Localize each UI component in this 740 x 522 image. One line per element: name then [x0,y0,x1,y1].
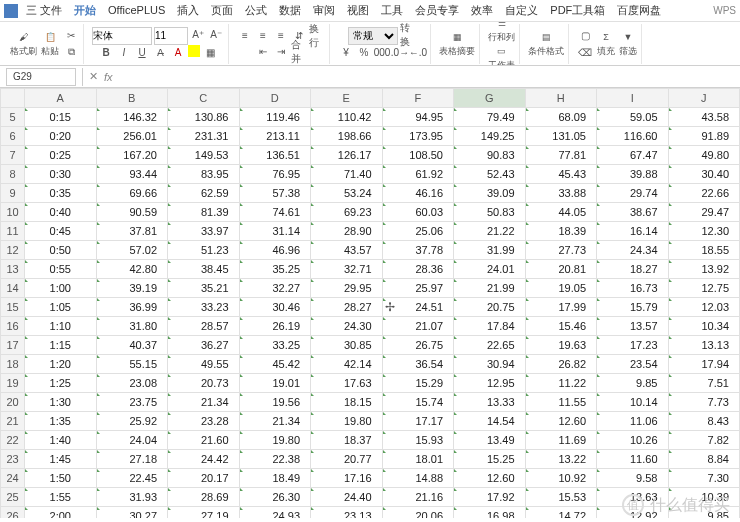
cell-G10[interactable]: 50.83 [454,203,526,222]
convert-button[interactable]: 转换 [400,27,416,43]
rowcol-button[interactable]: ☰行和列 [488,22,515,44]
cell-H25[interactable]: 15.53 [525,488,597,507]
cell-C5[interactable]: 130.86 [168,108,240,127]
cell-I11[interactable]: 16.14 [597,222,669,241]
cell-G8[interactable]: 52.43 [454,165,526,184]
cell-B17[interactable]: 40.37 [96,336,168,355]
cell-G19[interactable]: 12.95 [454,374,526,393]
cell-E9[interactable]: 53.24 [311,184,383,203]
cell-B21[interactable]: 25.92 [96,412,168,431]
menu-item-5[interactable]: 公式 [239,2,273,18]
cell-H26[interactable]: 14.72 [525,507,597,519]
menu-item-0[interactable]: 三 文件 [20,2,68,18]
row-header[interactable]: 7 [1,146,25,165]
cell-G23[interactable]: 15.25 [454,450,526,469]
cell-E22[interactable]: 18.37 [311,431,383,450]
cell-H13[interactable]: 20.81 [525,260,597,279]
menu-item-10[interactable]: 会员专享 [409,2,465,18]
cell-J14[interactable]: 12.75 [668,279,740,298]
cell-A10[interactable]: 0:40 [25,203,97,222]
cell-J22[interactable]: 7.82 [668,431,740,450]
cell-H14[interactable]: 19.05 [525,279,597,298]
col-header-I[interactable]: I [597,89,669,108]
cell-F19[interactable]: 15.29 [382,374,454,393]
cell-I7[interactable]: 67.47 [597,146,669,165]
cell-F13[interactable]: 28.36 [382,260,454,279]
name-box[interactable]: G29 [6,68,76,86]
cell-E8[interactable]: 71.40 [311,165,383,184]
row-header[interactable]: 5 [1,108,25,127]
cell-I16[interactable]: 13.57 [597,317,669,336]
cell-G18[interactable]: 30.94 [454,355,526,374]
cell-J5[interactable]: 43.58 [668,108,740,127]
cell-I23[interactable]: 11.60 [597,450,669,469]
menu-item-1[interactable]: 开始 [68,2,102,18]
row-header[interactable]: 12 [1,241,25,260]
cell-A25[interactable]: 1:55 [25,488,97,507]
cell-I5[interactable]: 59.05 [597,108,669,127]
row-header[interactable]: 17 [1,336,25,355]
cell-H9[interactable]: 33.88 [525,184,597,203]
cell-B23[interactable]: 27.18 [96,450,168,469]
strike-icon[interactable]: A̶ [152,45,168,61]
col-header-G[interactable]: G [454,89,526,108]
row-header[interactable]: 26 [1,507,25,519]
cell-C9[interactable]: 62.59 [168,184,240,203]
col-header-A[interactable]: A [25,89,97,108]
row-header[interactable]: 10 [1,203,25,222]
cell-C26[interactable]: 27.19 [168,507,240,519]
fx-icon[interactable]: fx [104,71,113,83]
cell-B26[interactable]: 30.27 [96,507,168,519]
wrap-button[interactable]: 换行 [309,28,325,44]
cell-E10[interactable]: 69.23 [311,203,383,222]
cell-C14[interactable]: 35.21 [168,279,240,298]
cell-F15[interactable]: 24.51✢ [382,298,454,317]
cell-F7[interactable]: 108.50 [382,146,454,165]
clear-icon[interactable]: ⌫ [577,44,593,60]
cell-J13[interactable]: 13.92 [668,260,740,279]
menu-item-13[interactable]: PDF工具箱 [544,2,611,18]
cell-F16[interactable]: 21.07 [382,317,454,336]
cell-B10[interactable]: 90.59 [96,203,168,222]
cell-A20[interactable]: 1:30 [25,393,97,412]
col-header-F[interactable]: F [382,89,454,108]
row-header[interactable]: 9 [1,184,25,203]
increase-font-icon[interactable]: A⁺ [190,27,206,43]
col-header-C[interactable]: C [168,89,240,108]
cell-D11[interactable]: 31.14 [239,222,311,241]
cell-D10[interactable]: 74.61 [239,203,311,222]
cell-D21[interactable]: 21.34 [239,412,311,431]
align-right-icon[interactable]: ≡ [273,28,289,44]
cell-E14[interactable]: 29.95 [311,279,383,298]
cell-D20[interactable]: 19.56 [239,393,311,412]
cell-J12[interactable]: 18.55 [668,241,740,260]
cell-D7[interactable]: 136.51 [239,146,311,165]
font-name-select[interactable] [92,27,152,45]
cell-A11[interactable]: 0:45 [25,222,97,241]
cell-J18[interactable]: 17.94 [668,355,740,374]
copy-icon[interactable]: ⧉ [63,44,79,60]
cell-F11[interactable]: 25.06 [382,222,454,241]
cell-G21[interactable]: 14.54 [454,412,526,431]
cell-A21[interactable]: 1:35 [25,412,97,431]
cell-G16[interactable]: 17.84 [454,317,526,336]
cell-H7[interactable]: 77.81 [525,146,597,165]
cell-I22[interactable]: 10.26 [597,431,669,450]
menu-item-9[interactable]: 工具 [375,2,409,18]
col-header-B[interactable]: B [96,89,168,108]
cell-H18[interactable]: 26.82 [525,355,597,374]
cell-G9[interactable]: 39.09 [454,184,526,203]
cell-D18[interactable]: 45.42 [239,355,311,374]
cell-C16[interactable]: 28.57 [168,317,240,336]
number-format-select[interactable]: 常规 [348,27,398,45]
cell-E13[interactable]: 32.71 [311,260,383,279]
row-header[interactable]: 11 [1,222,25,241]
cell-F21[interactable]: 17.17 [382,412,454,431]
cell-J6[interactable]: 91.89 [668,127,740,146]
cell-H10[interactable]: 44.05 [525,203,597,222]
cell-F8[interactable]: 61.92 [382,165,454,184]
cell-G24[interactable]: 12.60 [454,469,526,488]
cell-A14[interactable]: 1:00 [25,279,97,298]
cell-F24[interactable]: 14.88 [382,469,454,488]
currency-icon[interactable]: ¥ [338,45,354,61]
